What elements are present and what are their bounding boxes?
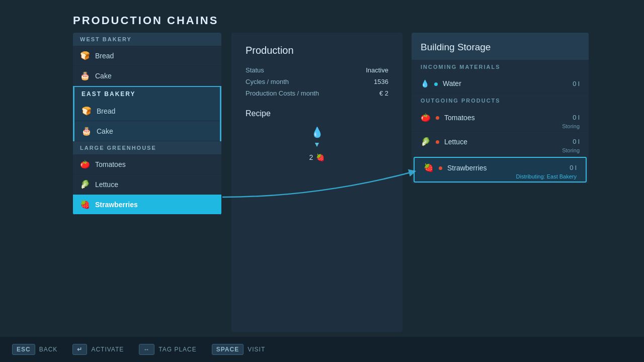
west-bread-label: Bread <box>95 52 114 60</box>
group-header-west-bakery: WEST BAKERY <box>73 33 221 46</box>
strawberries-status-dot <box>439 166 442 170</box>
sidebar-item-west-bread[interactable]: Bread <box>73 46 221 66</box>
sidebar-item-tomatoes[interactable]: Tomatoes <box>73 154 221 174</box>
lettuce-label: Lettuce <box>95 180 118 189</box>
recipe-title: Recipe <box>246 109 388 118</box>
keybind-esc[interactable]: ESC BACK <box>12 344 57 355</box>
recipe-quantity: 2 <box>309 153 313 161</box>
esc-label: BACK <box>39 346 58 353</box>
stat-costs-value: € 2 <box>379 89 388 97</box>
recipe-arrow: ▼ <box>313 140 320 148</box>
group-header-large-greenhouse: LARGE GREENHOUSE <box>73 141 221 154</box>
lettuce-amount: 0 l <box>573 138 580 145</box>
recipe-strawberry-row: 2 🍓 <box>309 153 325 161</box>
sidebar-item-east-bread[interactable]: Bread <box>74 101 220 121</box>
water-amount: 0 l <box>573 80 580 87</box>
tomato-icon-storage <box>421 113 431 122</box>
recipe-strawberry-icon: 🍓 <box>316 153 325 161</box>
strawberries-sub: Distributing: East Bakery <box>516 173 577 179</box>
stat-costs: Production Costs / month € 2 <box>246 89 388 97</box>
cake-icon <box>80 71 90 80</box>
tomatoes-label: Tomatoes <box>95 160 126 168</box>
stat-status: Status Inactive <box>246 66 388 74</box>
visit-label: VISIT <box>248 346 265 353</box>
production-panel-title: Production <box>246 45 388 56</box>
water-icon <box>421 79 429 88</box>
lettuce-icon <box>80 179 90 189</box>
tomatoes-sub: Storing <box>562 123 580 129</box>
stat-cycles: Cycles / month 1536 <box>246 78 388 85</box>
storage-item-water[interactable]: Water 0 l <box>412 74 589 94</box>
lettuce-storage-name: Lettuce <box>444 138 568 146</box>
stat-status-label: Status <box>246 66 264 74</box>
keybind-tag[interactable]: ↔ TAG PLACE <box>139 344 196 355</box>
storage-item-lettuce[interactable]: Lettuce 0 l Storing <box>412 132 589 156</box>
activate-label: ACTIVATE <box>91 346 124 353</box>
strawberries-storage-name: Strawberries <box>447 164 565 172</box>
strawberry-icon-storage <box>424 163 434 172</box>
lettuce-sub: Storing <box>562 147 580 153</box>
keybind-visit[interactable]: SPACE VISIT <box>212 344 265 355</box>
tomato-icon <box>80 159 90 169</box>
group-header-east-bakery: EAST BAKERY <box>74 86 220 101</box>
left-panel: WEST BAKERY Bread Cake EAST BAKERY Bread… <box>73 33 221 215</box>
incoming-materials-header: INCOMING MATERIALS <box>412 60 589 74</box>
bottom-bar: ESC BACK ↵ ACTIVATE ↔ TAG PLACE SPACE VI… <box>0 337 644 362</box>
sidebar-item-strawberries[interactable]: Strawberries <box>73 195 221 215</box>
stat-cycles-label: Cycles / month <box>246 78 289 85</box>
cake-icon-2 <box>82 126 92 136</box>
strawberries-label: Strawberries <box>95 201 138 209</box>
bread-icon <box>80 51 90 60</box>
water-name: Water <box>443 79 568 87</box>
storage-item-strawberries[interactable]: Strawberries 0 l Distributing: East Bake… <box>414 157 587 183</box>
esc-key: ESC <box>12 344 35 355</box>
recipe-water-icon: 💧 <box>311 126 324 138</box>
tag-label: TAG PLACE <box>158 346 196 353</box>
building-storage-title: Building Storage <box>412 33 589 60</box>
keybind-activate[interactable]: ↵ ACTIVATE <box>72 344 124 355</box>
recipe-area: 💧 ▼ 2 🍓 <box>246 126 388 187</box>
lettuce-icon-storage <box>421 137 431 146</box>
east-bread-label: Bread <box>97 107 115 115</box>
sidebar-item-east-cake[interactable]: Cake <box>74 121 220 141</box>
visit-key: SPACE <box>212 344 244 355</box>
middle-panel: Production Status Inactive Cycles / mont… <box>231 33 403 332</box>
tomatoes-status-dot <box>436 116 439 120</box>
sidebar-item-west-cake[interactable]: Cake <box>73 66 221 86</box>
tomatoes-storage-name: Tomatoes <box>444 114 568 122</box>
stat-status-value: Inactive <box>366 66 388 74</box>
group-east-bakery: EAST BAKERY Bread Cake <box>73 86 221 141</box>
bread-icon-2 <box>82 106 92 116</box>
strawberries-amount: 0 l <box>570 164 577 171</box>
strawberry-icon <box>80 200 90 209</box>
east-cake-label: Cake <box>97 127 113 135</box>
right-panel: Building Storage INCOMING MATERIALS Wate… <box>412 33 589 184</box>
storage-item-tomatoes[interactable]: Tomatoes 0 l Storing <box>412 108 589 132</box>
page-title: PRODUCTION CHAINS <box>73 14 218 27</box>
west-cake-label: Cake <box>95 72 112 80</box>
tag-key: ↔ <box>139 344 154 355</box>
stat-costs-label: Production Costs / month <box>246 89 319 97</box>
lettuce-status-dot <box>436 140 439 144</box>
activate-key: ↵ <box>72 344 87 355</box>
water-status-dot <box>434 82 438 86</box>
tomatoes-amount: 0 l <box>573 114 580 121</box>
stat-cycles-value: 1536 <box>374 78 388 85</box>
sidebar-item-lettuce[interactable]: Lettuce <box>73 174 221 195</box>
outgoing-products-header: OUTGOING PRODUCTS <box>412 94 589 108</box>
